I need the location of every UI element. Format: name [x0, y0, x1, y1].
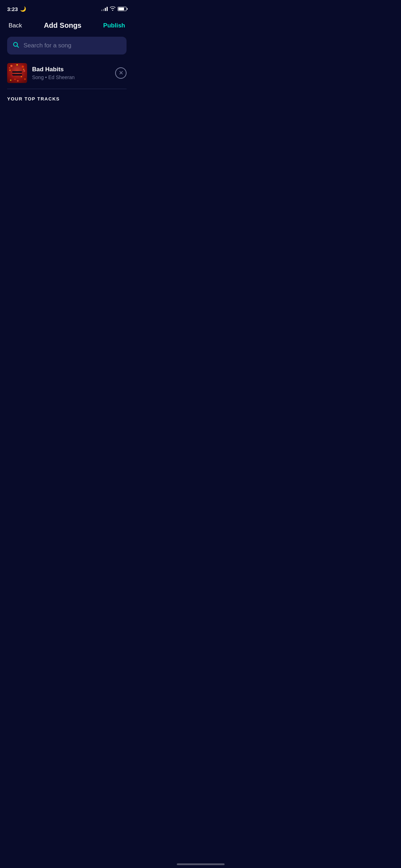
- status-icons: [101, 6, 127, 12]
- signal-bar-2: [103, 9, 104, 11]
- remove-song-button[interactable]: ✕: [115, 67, 127, 79]
- wifi-icon: [110, 6, 115, 12]
- signal-icon: [101, 7, 108, 11]
- song-list: Bad Habits Song • Ed Sheeran ✕: [0, 63, 134, 83]
- battery-icon: [118, 7, 127, 11]
- close-icon: ✕: [119, 70, 123, 76]
- song-item: Bad Habits Song • Ed Sheeran ✕: [7, 63, 127, 83]
- svg-rect-14: [9, 67, 10, 68]
- moon-icon: 🌙: [20, 6, 26, 12]
- svg-point-4: [22, 66, 24, 68]
- song-name: Bad Habits: [32, 66, 110, 73]
- search-placeholder: Search for a song: [24, 42, 121, 49]
- song-info: Bad Habits Song • Ed Sheeran: [32, 66, 110, 80]
- svg-point-9: [24, 78, 26, 80]
- svg-point-2: [10, 65, 12, 67]
- back-button[interactable]: Back: [9, 22, 22, 29]
- nav-bar: Back Add Songs Publish: [0, 16, 134, 37]
- divider: [7, 89, 127, 89]
- page-title: Add Songs: [44, 21, 82, 30]
- status-bar: 3:23 🌙: [0, 0, 134, 16]
- search-icon: [13, 42, 19, 50]
- svg-rect-13: [12, 74, 22, 76]
- search-box[interactable]: Search for a song: [7, 37, 127, 55]
- signal-bar-4: [107, 7, 108, 11]
- svg-point-3: [16, 64, 18, 66]
- svg-point-8: [21, 76, 22, 77]
- song-meta: Song • Ed Sheeran: [32, 74, 110, 80]
- svg-rect-16: [14, 79, 16, 80]
- svg-point-5: [9, 69, 11, 71]
- battery-fill: [118, 7, 124, 10]
- svg-point-10: [10, 79, 11, 81]
- signal-bar-3: [105, 8, 106, 11]
- svg-rect-15: [23, 69, 24, 70]
- svg-point-6: [24, 70, 25, 72]
- album-art: [7, 63, 27, 83]
- time-display: 3:23: [7, 6, 18, 12]
- svg-rect-12: [12, 71, 22, 73]
- signal-bar-1: [101, 10, 102, 11]
- publish-button[interactable]: Publish: [103, 22, 125, 29]
- top-tracks-heading: YOUR TOP TRACKS: [0, 96, 134, 102]
- status-time: 3:23 🌙: [7, 6, 26, 12]
- svg-point-11: [17, 80, 19, 82]
- search-container: Search for a song: [0, 37, 134, 63]
